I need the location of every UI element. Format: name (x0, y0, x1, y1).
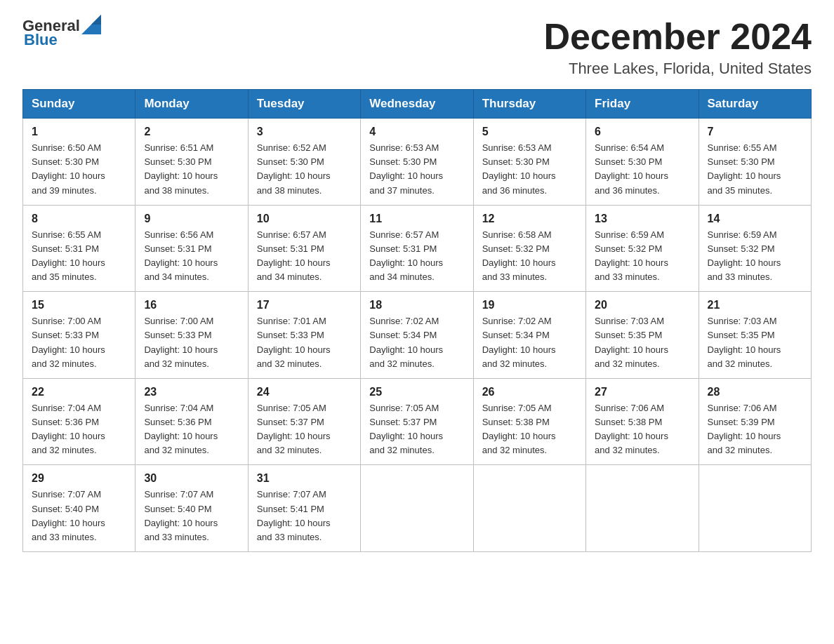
day-number: 9 (144, 213, 239, 225)
day-number: 28 (708, 386, 802, 398)
day-info: Sunrise: 6:56 AMSunset: 5:31 PMDaylight:… (144, 228, 239, 285)
day-number: 5 (482, 126, 577, 138)
day-info: Sunrise: 7:01 AMSunset: 5:33 PMDaylight:… (257, 314, 352, 371)
day-info: Sunrise: 6:57 AMSunset: 5:31 PMDaylight:… (257, 228, 352, 285)
day-number: 12 (482, 213, 577, 225)
day-info: Sunrise: 7:00 AMSunset: 5:33 PMDaylight:… (32, 314, 126, 371)
logo: General Blue (22, 17, 101, 49)
day-number: 26 (482, 386, 577, 398)
day-number: 19 (482, 299, 577, 311)
day-number: 22 (32, 386, 126, 398)
location-title: Three Lakes, Florida, United States (543, 60, 812, 78)
day-info: Sunrise: 7:04 AMSunset: 5:36 PMDaylight:… (144, 401, 239, 458)
weekday-friday: Friday (586, 90, 699, 119)
day-number: 13 (595, 213, 689, 225)
day-cell-30: 30Sunrise: 7:07 AMSunset: 5:40 PMDayligh… (135, 465, 248, 552)
week-row-1: 1Sunrise: 6:50 AMSunset: 5:30 PMDaylight… (23, 119, 812, 206)
day-cell-21: 21Sunrise: 7:03 AMSunset: 5:35 PMDayligh… (699, 292, 811, 379)
day-number: 27 (595, 386, 689, 398)
day-cell-5: 5Sunrise: 6:53 AMSunset: 5:30 PMDaylight… (473, 119, 585, 206)
day-number: 30 (144, 472, 239, 485)
day-info: Sunrise: 7:05 AMSunset: 5:38 PMDaylight:… (482, 401, 577, 458)
day-cell-25: 25Sunrise: 7:05 AMSunset: 5:37 PMDayligh… (361, 378, 473, 465)
day-info: Sunrise: 6:52 AMSunset: 5:30 PMDaylight:… (257, 141, 352, 198)
day-number: 17 (257, 299, 352, 311)
weekday-saturday: Saturday (699, 90, 811, 119)
day-cell-22: 22Sunrise: 7:04 AMSunset: 5:36 PMDayligh… (23, 378, 135, 465)
day-info: Sunrise: 7:06 AMSunset: 5:39 PMDaylight:… (708, 401, 802, 458)
day-info: Sunrise: 7:03 AMSunset: 5:35 PMDaylight:… (708, 314, 802, 371)
day-number: 14 (708, 213, 802, 225)
day-number: 6 (595, 126, 689, 138)
weekday-tuesday: Tuesday (248, 90, 360, 119)
day-cell-1: 1Sunrise: 6:50 AMSunset: 5:30 PMDaylight… (23, 119, 135, 206)
day-cell-31: 31Sunrise: 7:07 AMSunset: 5:41 PMDayligh… (248, 465, 360, 552)
day-number: 8 (32, 213, 126, 225)
day-info: Sunrise: 6:53 AMSunset: 5:30 PMDaylight:… (482, 141, 577, 198)
day-cell-16: 16Sunrise: 7:00 AMSunset: 5:33 PMDayligh… (135, 292, 248, 379)
day-number: 7 (708, 126, 802, 138)
day-number: 29 (32, 472, 126, 485)
day-number: 18 (369, 299, 464, 311)
day-info: Sunrise: 6:54 AMSunset: 5:30 PMDaylight:… (595, 141, 689, 198)
day-cell-29: 29Sunrise: 7:07 AMSunset: 5:40 PMDayligh… (23, 465, 135, 552)
week-row-4: 22Sunrise: 7:04 AMSunset: 5:36 PMDayligh… (23, 378, 812, 465)
day-number: 10 (257, 213, 352, 225)
svg-marker-1 (91, 15, 101, 25)
day-cell-23: 23Sunrise: 7:04 AMSunset: 5:36 PMDayligh… (135, 378, 248, 465)
day-cell-6: 6Sunrise: 6:54 AMSunset: 5:30 PMDaylight… (586, 119, 699, 206)
day-info: Sunrise: 6:57 AMSunset: 5:31 PMDaylight:… (369, 228, 464, 285)
day-cell-15: 15Sunrise: 7:00 AMSunset: 5:33 PMDayligh… (23, 292, 135, 379)
day-cell-13: 13Sunrise: 6:59 AMSunset: 5:32 PMDayligh… (586, 205, 699, 292)
day-info: Sunrise: 6:59 AMSunset: 5:32 PMDaylight:… (708, 228, 802, 285)
day-number: 31 (257, 472, 352, 485)
day-info: Sunrise: 6:58 AMSunset: 5:32 PMDaylight:… (482, 228, 577, 285)
day-cell-24: 24Sunrise: 7:05 AMSunset: 5:37 PMDayligh… (248, 378, 360, 465)
day-info: Sunrise: 7:04 AMSunset: 5:36 PMDaylight:… (32, 401, 126, 458)
day-cell-10: 10Sunrise: 6:57 AMSunset: 5:31 PMDayligh… (248, 205, 360, 292)
day-info: Sunrise: 6:55 AMSunset: 5:30 PMDaylight:… (708, 141, 802, 198)
day-number: 4 (369, 126, 464, 138)
day-cell-4: 4Sunrise: 6:53 AMSunset: 5:30 PMDaylight… (361, 119, 473, 206)
empty-cell (473, 465, 585, 552)
day-info: Sunrise: 7:07 AMSunset: 5:40 PMDaylight:… (32, 488, 126, 544)
empty-cell (699, 465, 811, 552)
day-info: Sunrise: 7:02 AMSunset: 5:34 PMDaylight:… (482, 314, 577, 371)
day-info: Sunrise: 7:06 AMSunset: 5:38 PMDaylight:… (595, 401, 689, 458)
empty-cell (361, 465, 473, 552)
day-cell-27: 27Sunrise: 7:06 AMSunset: 5:38 PMDayligh… (586, 378, 699, 465)
weekday-sunday: Sunday (23, 90, 135, 119)
day-number: 23 (144, 386, 239, 398)
day-number: 2 (144, 126, 239, 138)
day-number: 1 (32, 126, 126, 138)
day-info: Sunrise: 7:00 AMSunset: 5:33 PMDaylight:… (144, 314, 239, 371)
day-cell-11: 11Sunrise: 6:57 AMSunset: 5:31 PMDayligh… (361, 205, 473, 292)
calendar-table: SundayMondayTuesdayWednesdayThursdayFrid… (22, 89, 812, 552)
day-number: 24 (257, 386, 352, 398)
day-number: 11 (369, 213, 464, 225)
day-cell-28: 28Sunrise: 7:06 AMSunset: 5:39 PMDayligh… (699, 378, 811, 465)
day-cell-26: 26Sunrise: 7:05 AMSunset: 5:38 PMDayligh… (473, 378, 585, 465)
day-info: Sunrise: 7:07 AMSunset: 5:41 PMDaylight:… (257, 488, 352, 544)
day-cell-9: 9Sunrise: 6:56 AMSunset: 5:31 PMDaylight… (135, 205, 248, 292)
day-info: Sunrise: 7:07 AMSunset: 5:40 PMDaylight:… (144, 488, 239, 544)
day-number: 20 (595, 299, 689, 311)
day-info: Sunrise: 6:59 AMSunset: 5:32 PMDaylight:… (595, 228, 689, 285)
day-info: Sunrise: 6:51 AMSunset: 5:30 PMDaylight:… (144, 141, 239, 198)
day-cell-14: 14Sunrise: 6:59 AMSunset: 5:32 PMDayligh… (699, 205, 811, 292)
day-cell-17: 17Sunrise: 7:01 AMSunset: 5:33 PMDayligh… (248, 292, 360, 379)
day-cell-7: 7Sunrise: 6:55 AMSunset: 5:30 PMDaylight… (699, 119, 811, 206)
day-cell-18: 18Sunrise: 7:02 AMSunset: 5:34 PMDayligh… (361, 292, 473, 379)
title-area: December 2024 Three Lakes, Florida, Unit… (543, 17, 812, 78)
weekday-thursday: Thursday (473, 90, 585, 119)
weekday-wednesday: Wednesday (361, 90, 473, 119)
day-cell-2: 2Sunrise: 6:51 AMSunset: 5:30 PMDaylight… (135, 119, 248, 206)
header: General Blue December 2024 Three Lakes, … (22, 17, 812, 78)
day-info: Sunrise: 6:55 AMSunset: 5:31 PMDaylight:… (32, 228, 126, 285)
day-cell-12: 12Sunrise: 6:58 AMSunset: 5:32 PMDayligh… (473, 205, 585, 292)
day-cell-19: 19Sunrise: 7:02 AMSunset: 5:34 PMDayligh… (473, 292, 585, 379)
day-cell-8: 8Sunrise: 6:55 AMSunset: 5:31 PMDaylight… (23, 205, 135, 292)
day-number: 21 (708, 299, 802, 311)
logo-icon (81, 15, 101, 34)
day-cell-20: 20Sunrise: 7:03 AMSunset: 5:35 PMDayligh… (586, 292, 699, 379)
